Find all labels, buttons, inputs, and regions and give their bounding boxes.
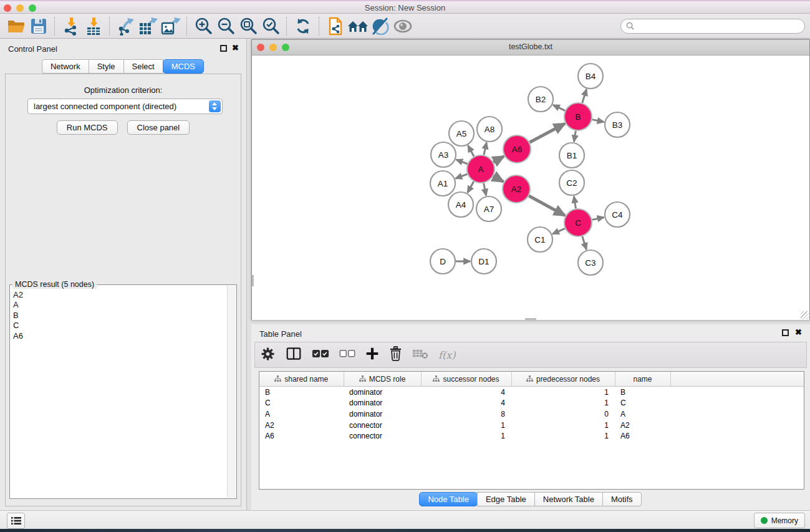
node-C3[interactable]: C3	[578, 250, 603, 275]
edge-A-A7[interactable]	[484, 183, 486, 196]
node-C2[interactable]: C2	[559, 170, 584, 195]
search-input[interactable]	[638, 21, 799, 31]
network-window-titlebar[interactable]: testGlobe.txt	[252, 40, 809, 56]
edge-A-A5[interactable]	[468, 145, 475, 156]
import-table-button[interactable]	[82, 16, 105, 37]
column-header-mcds-role[interactable]: MCDS role	[344, 372, 421, 387]
node-A2[interactable]: A2	[503, 175, 530, 203]
cell-shared-name-1[interactable]: C	[259, 398, 344, 409]
cell-shared-name-3[interactable]: A2	[259, 420, 344, 431]
cell-shared-name-0[interactable]: B	[259, 387, 344, 398]
edge-B-B2[interactable]	[553, 105, 565, 110]
table-tab-network-table[interactable]: Network Table	[534, 492, 603, 506]
export-table-button[interactable]	[137, 16, 160, 37]
node-A3[interactable]: A3	[431, 142, 456, 167]
function-builder-button[interactable]: f(x)	[438, 349, 455, 361]
node-D1[interactable]: D1	[471, 249, 496, 274]
select-all-columns-button[interactable]	[312, 349, 329, 361]
close-panel-icon[interactable]: ✖	[232, 44, 239, 52]
network-from-file-button[interactable]	[324, 16, 347, 37]
cell-shared-name-4[interactable]: A6	[259, 430, 344, 442]
zoom-fit-button[interactable]	[237, 16, 259, 37]
canvas-horizontal-scroll-thumb[interactable]	[525, 318, 536, 320]
cell-successor-nodes-3[interactable]: 1	[421, 420, 511, 431]
cell-name-0[interactable]: B	[615, 387, 670, 398]
table-row-B[interactable]: Bdominator41B	[259, 387, 804, 398]
node-A5[interactable]: A5	[449, 121, 474, 146]
cell-mcds-role-4[interactable]: connector	[344, 430, 421, 442]
cell-shared-name-2[interactable]: A	[259, 409, 344, 420]
import-network-button[interactable]	[60, 16, 82, 37]
cell-predecessor-nodes-3[interactable]: 1	[511, 420, 615, 431]
cell-name-4[interactable]: A6	[615, 430, 670, 442]
tab-style[interactable]: Style	[89, 59, 124, 74]
network-graph[interactable]: B4B2BB3A5A8A6A3B1AC2A1A2A4A7C4CC1DD1C3	[252, 56, 809, 320]
table-tab-motifs[interactable]: Motifs	[602, 492, 642, 506]
node-C[interactable]: C	[564, 209, 592, 236]
edge-B-B3[interactable]	[592, 120, 604, 122]
cell-predecessor-nodes-1[interactable]: 1	[511, 398, 615, 409]
node-B1[interactable]: B1	[559, 143, 584, 168]
memory-button[interactable]: Memory	[754, 513, 805, 528]
edge-A-A4[interactable]	[468, 181, 474, 193]
edge-A-A2[interactable]	[493, 176, 503, 181]
cell-name-2[interactable]: A	[615, 409, 670, 420]
node-B2[interactable]: B2	[528, 87, 553, 112]
table-tab-node-table[interactable]: Node Table	[419, 492, 478, 506]
cell-name-3[interactable]: A2	[615, 420, 670, 431]
cell-successor-nodes-2[interactable]: 8	[421, 409, 511, 420]
search-field[interactable]	[620, 19, 805, 34]
edge-A6-B[interactable]	[529, 123, 564, 142]
network-canvas[interactable]: B4B2BB3A5A8A6A3B1AC2A1A2A4A7C4CC1DD1C3	[252, 56, 809, 320]
node-B4[interactable]: B4	[578, 64, 603, 89]
delete-columns-button[interactable]	[389, 346, 402, 364]
cell-successor-nodes-1[interactable]: 4	[421, 398, 511, 409]
export-image-button[interactable]	[160, 16, 182, 37]
edge-A-A8[interactable]	[484, 142, 486, 155]
edge-A-A1[interactable]	[456, 174, 468, 178]
task-history-button[interactable]	[7, 513, 25, 529]
result-item-a2[interactable]: A2	[11, 290, 227, 300]
node-C4[interactable]: C4	[605, 202, 630, 227]
zoom-in-button[interactable]	[192, 16, 215, 37]
column-header-name[interactable]: name	[615, 372, 670, 387]
node-A8[interactable]: A8	[477, 117, 502, 142]
run-mcds-button[interactable]: Run MCDS	[57, 120, 118, 135]
show-hide-button[interactable]	[392, 16, 414, 37]
details-toggle-button[interactable]	[369, 16, 392, 37]
table-close-icon[interactable]: ✖	[795, 328, 802, 337]
edge-C-C1[interactable]	[552, 228, 565, 234]
window-resize-grip[interactable]	[801, 311, 809, 319]
cell-predecessor-nodes-4[interactable]: 1	[511, 430, 615, 442]
tab-select[interactable]: Select	[123, 59, 163, 74]
node-A6[interactable]: A6	[503, 135, 531, 163]
table-row-A[interactable]: Adominator80A	[259, 409, 804, 420]
tab-network[interactable]: Network	[42, 59, 89, 74]
edge-C-C3[interactable]	[582, 236, 587, 249]
open-session-button[interactable]	[5, 16, 27, 37]
cell-mcds-role-1[interactable]: dominator	[344, 398, 421, 409]
add-column-button[interactable]	[365, 347, 379, 363]
node-A4[interactable]: A4	[448, 192, 473, 217]
edge-B-B1[interactable]	[574, 131, 576, 142]
result-scrollbar[interactable]	[227, 286, 236, 498]
cell-mcds-role-3[interactable]: connector	[344, 420, 421, 431]
edge-A-A3[interactable]	[456, 160, 468, 164]
home-button[interactable]	[347, 16, 369, 37]
cell-name-1[interactable]: C	[615, 398, 670, 409]
column-header-predecessor-nodes[interactable]: predecessor nodes	[511, 372, 615, 387]
edge-A-A6[interactable]	[493, 157, 504, 162]
result-item-c[interactable]: C	[11, 321, 227, 331]
result-item-a[interactable]: A	[11, 300, 227, 310]
node-A1[interactable]: A1	[430, 171, 455, 196]
cell-successor-nodes-4[interactable]: 1	[421, 430, 511, 442]
table-row-A2[interactable]: A2connector11A2	[259, 420, 804, 431]
export-network-button[interactable]	[115, 16, 137, 37]
table-float-icon[interactable]	[782, 329, 789, 336]
node-D[interactable]: D	[430, 249, 455, 274]
optimization-criterion-select[interactable]: largest connected component (directed)	[27, 99, 223, 114]
zoom-out-button[interactable]	[215, 16, 237, 37]
deselect-all-columns-button[interactable]	[339, 349, 355, 360]
refresh-button[interactable]	[292, 16, 314, 37]
node-C1[interactable]: C1	[528, 227, 552, 252]
